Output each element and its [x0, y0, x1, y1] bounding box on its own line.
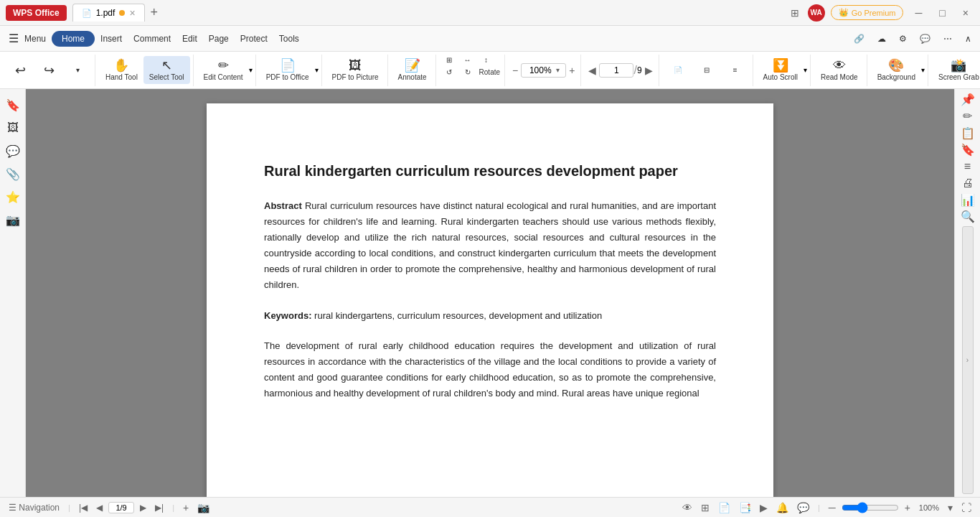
- background-chevron[interactable]: ▾: [921, 66, 925, 74]
- rp-icon-6[interactable]: 🖨: [956, 176, 979, 191]
- wps-logo-button[interactable]: WPS Office: [6, 5, 67, 21]
- settings-btn[interactable]: ⚙: [893, 31, 913, 47]
- pdf-to-office-label: PDF to Office: [266, 73, 309, 81]
- fullscreen-btn[interactable]: ⛶: [958, 500, 974, 515]
- protect-menu-item[interactable]: Protect: [235, 31, 273, 47]
- view-options-group: 📄 ⊟ ≡: [661, 55, 753, 86]
- play-btn[interactable]: ▶: [757, 500, 771, 515]
- select-tool-btn[interactable]: ↖ Select Tool: [143, 56, 190, 84]
- comment-menu-item[interactable]: Comment: [128, 31, 176, 47]
- sidebar-comments[interactable]: 💬: [3, 141, 23, 161]
- collapse-ribbon-btn[interactable]: ∧: [959, 31, 977, 47]
- navigation-label[interactable]: ☰ Navigation: [6, 501, 62, 514]
- rotate-label-btn[interactable]: Rotate: [478, 67, 501, 78]
- status-separator-3: |: [818, 503, 820, 512]
- cloud-btn[interactable]: ☁: [872, 31, 892, 47]
- status-page-input[interactable]: [108, 502, 134, 513]
- status-screenshot-btn[interactable]: 📷: [194, 500, 212, 515]
- auto-scroll-btn[interactable]: ⏬ Auto Scroll: [758, 56, 804, 84]
- zoom-plus-btn[interactable]: +: [902, 500, 913, 515]
- pdf-area[interactable]: Rural kindergarten curriculum resources …: [26, 89, 954, 497]
- zoom-out-btn[interactable]: −: [509, 62, 521, 79]
- hand-tool-btn[interactable]: ✋ Hand Tool: [100, 56, 143, 84]
- right-panel-expand-btn[interactable]: ›: [962, 226, 974, 495]
- continuous-view-btn[interactable]: ≡: [721, 63, 750, 77]
- share-btn[interactable]: 🔗: [848, 31, 870, 47]
- status-prev-btn[interactable]: ◀: [93, 501, 105, 514]
- rp-icon-7[interactable]: 📊: [956, 192, 979, 208]
- rp-icon-1[interactable]: 📌: [956, 92, 979, 107]
- two-page-view-btn[interactable]: ⊟: [692, 63, 721, 77]
- rotate-ccw-icon: ↺: [446, 68, 452, 76]
- next-page-btn[interactable]: ▶: [642, 62, 656, 79]
- close-button[interactable]: ×: [957, 6, 974, 20]
- pdf-title: Rural kindergarten curriculum resources …: [264, 161, 716, 181]
- edit-menu-item[interactable]: Edit: [176, 31, 203, 47]
- add-tab-button[interactable]: +: [145, 5, 164, 20]
- bell-btn[interactable]: 🔔: [773, 500, 791, 515]
- rp-icon-4[interactable]: 🔖: [956, 142, 979, 157]
- auto-scroll-chevron[interactable]: ▾: [804, 66, 807, 74]
- fit-page-btn[interactable]: ⊞: [440, 55, 458, 65]
- status-add-btn[interactable]: +: [180, 500, 192, 515]
- page-menu-item[interactable]: Page: [203, 31, 235, 47]
- edit-content-chevron[interactable]: ▾: [249, 66, 253, 74]
- rp-icon-5[interactable]: ≡: [956, 159, 979, 174]
- read-mode-btn[interactable]: 👁 Read Mode: [815, 56, 864, 84]
- zoom-in-btn[interactable]: +: [566, 62, 578, 79]
- rp-icon-2[interactable]: ✏: [956, 108, 979, 124]
- sidebar-signatures[interactable]: ⭐: [3, 187, 23, 207]
- more-undo-btn[interactable]: ▾: [63, 63, 92, 77]
- grid-btn[interactable]: ⊞: [698, 500, 712, 515]
- page-view-btn[interactable]: 📄: [664, 63, 692, 77]
- first-page-btn[interactable]: |◀: [76, 501, 90, 514]
- fit-height-btn[interactable]: ↕: [478, 55, 495, 65]
- pdf-to-picture-btn[interactable]: 🖼 PDF to Picture: [326, 56, 385, 84]
- user-avatar[interactable]: WA: [808, 4, 825, 22]
- home-menu-item[interactable]: Home: [52, 31, 95, 47]
- annotate-btn[interactable]: 📝 Annotate: [392, 56, 433, 84]
- zoom-input[interactable]: [526, 65, 555, 75]
- rp-icon-3[interactable]: 📋: [956, 126, 979, 141]
- go-premium-button[interactable]: 👑 Go Premium: [831, 5, 904, 20]
- premium-icon: 👑: [839, 8, 849, 17]
- more-btn[interactable]: ⋯: [938, 31, 958, 47]
- page-number-input[interactable]: [606, 65, 627, 75]
- maximize-button[interactable]: □: [933, 6, 951, 20]
- menu-hamburger-btn[interactable]: ☰ Menu: [3, 29, 52, 48]
- eye-btn[interactable]: 👁: [679, 500, 695, 515]
- rotate-ccw-btn[interactable]: ↺: [440, 67, 458, 78]
- tools-menu-item[interactable]: Tools: [273, 31, 305, 47]
- sidebar-more[interactable]: 📷: [3, 210, 23, 230]
- comment-btn[interactable]: 💬: [794, 500, 812, 515]
- zoom-minus-btn[interactable]: ─: [826, 500, 839, 515]
- sidebar-thumbnails[interactable]: 🖼: [3, 118, 23, 138]
- pdf-to-office-btn[interactable]: 📄 PDF to Office: [260, 56, 315, 84]
- tab-close-btn[interactable]: ×: [129, 7, 135, 19]
- layout-icon-btn[interactable]: ⊞: [788, 4, 802, 22]
- screen-grab-btn[interactable]: 📸 Screen Grab: [933, 56, 980, 84]
- two-doc-btn[interactable]: 📑: [736, 500, 754, 515]
- prev-page-btn[interactable]: ◀: [585, 62, 599, 79]
- zoom-dropdown-status[interactable]: ▾: [945, 500, 956, 515]
- status-next-btn[interactable]: ▶: [137, 501, 149, 514]
- doc-tab[interactable]: 📄 1.pdf ×: [72, 4, 145, 22]
- minimize-button[interactable]: ─: [909, 6, 928, 20]
- last-page-btn[interactable]: ▶|: [152, 501, 166, 514]
- fit-width-btn[interactable]: ↔: [459, 55, 476, 65]
- rotate-cw-btn[interactable]: ↻: [459, 67, 476, 78]
- rp-icon-8[interactable]: 🔍: [956, 209, 979, 224]
- redo-btn[interactable]: ↪: [34, 61, 63, 80]
- sidebar-bookmarks[interactable]: 🔖: [3, 95, 23, 115]
- sidebar-attachments[interactable]: 📎: [3, 164, 23, 184]
- pdf-to-office-chevron[interactable]: ▾: [315, 66, 319, 74]
- insert-menu-item[interactable]: Insert: [95, 31, 128, 47]
- title-bar: WPS Office 📄 1.pdf × + ⊞ WA 👑 Go Premium…: [0, 0, 980, 26]
- edit-content-btn[interactable]: ✏ Edit Content: [198, 56, 249, 84]
- doc-btn[interactable]: 📄: [715, 500, 733, 515]
- zoom-dropdown-arrow[interactable]: ▾: [555, 66, 561, 74]
- chat-btn[interactable]: 💬: [914, 31, 936, 47]
- undo-btn[interactable]: ↩: [6, 61, 34, 80]
- background-btn[interactable]: 🎨 Background: [872, 56, 921, 84]
- zoom-slider[interactable]: [842, 502, 899, 513]
